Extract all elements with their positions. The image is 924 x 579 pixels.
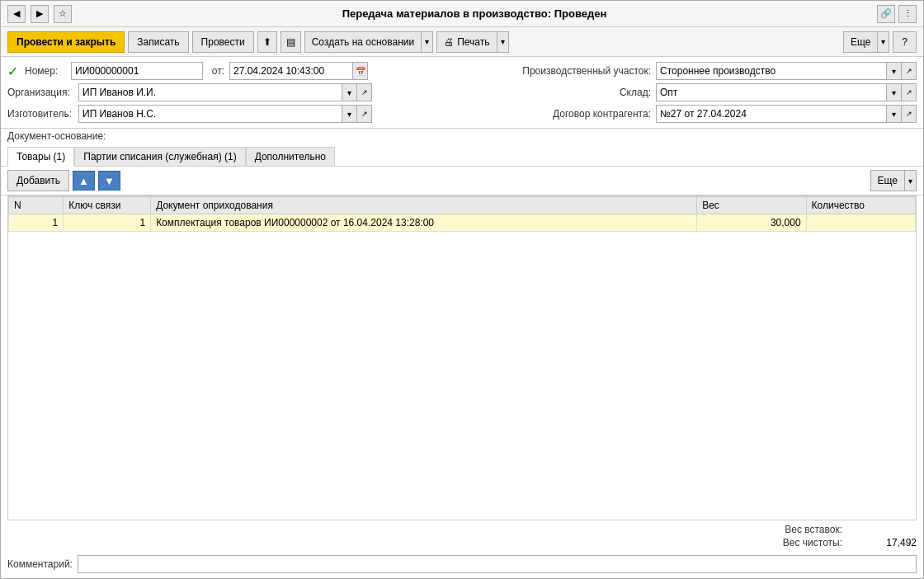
date-input[interactable] — [229, 62, 353, 80]
weight-net-value: 17,492 — [851, 537, 917, 548]
forward-button[interactable]: ▶ — [31, 5, 49, 23]
table-more-button[interactable]: Еще ▾ — [870, 170, 917, 191]
goods-table: N Ключ связи Документ оприходования Вес … — [7, 195, 917, 520]
manufacturer-input[interactable] — [78, 105, 342, 123]
print-button[interactable]: 🖨 Печать ▾ — [436, 31, 508, 53]
arrow-down-icon: ▼ — [104, 175, 115, 187]
cell-doc: Комплектация товаров ИИ000000002 от 16.0… — [151, 214, 697, 232]
comment-input[interactable] — [78, 555, 917, 573]
manufacturer-dropdown-icon[interactable]: ▾ — [342, 105, 357, 123]
save-button[interactable]: Записать — [128, 31, 188, 53]
table-row[interactable]: 1 1 Комплектация товаров ИИ000000002 от … — [9, 214, 916, 232]
add-button[interactable]: Добавить — [7, 170, 69, 191]
tab-goods[interactable]: Товары (1) — [7, 147, 74, 167]
warehouse-input[interactable] — [656, 83, 887, 101]
date-picker-icon[interactable]: 📅 — [353, 62, 368, 80]
tab-batches[interactable]: Партии списания (служебная) (1) — [74, 147, 245, 166]
tab-additional[interactable]: Дополнительно — [246, 147, 335, 166]
manufacturer-label: Изготовитель: — [7, 108, 73, 120]
cell-weight: 30,000 — [697, 214, 806, 232]
cell-qty — [806, 214, 915, 232]
arrow-up-icon: ▲ — [78, 175, 89, 187]
grid-icon-button[interactable]: ▤ — [280, 31, 301, 53]
manufacturer-link-icon[interactable]: ↗ — [357, 105, 372, 123]
upload-icon: ⬆ — [263, 36, 271, 48]
warehouse-dropdown-icon[interactable]: ▾ — [887, 83, 902, 101]
back-button[interactable]: ◀ — [7, 5, 26, 23]
organization-input[interactable] — [78, 83, 342, 101]
cell-key: 1 — [64, 214, 151, 232]
contract-input[interactable] — [656, 105, 887, 123]
col-header-key: Ключ связи — [64, 197, 151, 214]
production-site-link-icon[interactable]: ↗ — [902, 62, 917, 80]
number-field[interactable] — [71, 62, 203, 80]
grid-icon: ▤ — [286, 36, 295, 48]
link-icon-button[interactable]: 🔗 — [877, 5, 895, 23]
more-button[interactable]: Еще ▾ — [843, 31, 889, 53]
production-site-label: Производственный участок: — [519, 65, 651, 77]
col-header-qty: Количество — [806, 197, 915, 214]
move-up-button[interactable]: ▲ — [73, 171, 95, 191]
col-header-n: N — [9, 197, 64, 214]
number-label: Номер: — [25, 65, 66, 77]
weight-net-label: Вес чистоты: — [783, 537, 842, 548]
cell-n: 1 — [9, 214, 64, 232]
help-button[interactable]: ? — [893, 31, 917, 53]
star-button[interactable]: ☆ — [54, 5, 72, 23]
status-icon: ✓ — [7, 64, 18, 79]
organization-link-icon[interactable]: ↗ — [357, 83, 372, 101]
post-button[interactable]: Провести — [192, 31, 254, 53]
post-and-close-button[interactable]: Провести и закрыть — [7, 31, 125, 53]
window-title: Передача материалов в производство: Пров… — [77, 7, 872, 20]
warehouse-link-icon[interactable]: ↗ — [902, 83, 917, 101]
contract-link-icon[interactable]: ↗ — [902, 105, 917, 123]
col-header-weight: Вес — [697, 197, 806, 214]
warehouse-label: Склад: — [601, 87, 651, 98]
organization-dropdown-icon[interactable]: ▾ — [342, 83, 357, 101]
date-label: от: — [208, 65, 224, 77]
menu-icon-button[interactable]: ⋮ — [898, 5, 917, 23]
doc-base-label: Документ-основание: — [7, 130, 106, 142]
production-site-dropdown-icon[interactable]: ▾ — [887, 62, 902, 80]
weight-insert-label: Вес вставок: — [785, 524, 842, 535]
create-based-button[interactable]: Создать на основании ▾ — [304, 31, 434, 53]
move-down-button[interactable]: ▼ — [98, 171, 120, 191]
number-input[interactable] — [71, 62, 203, 80]
production-site-input[interactable] — [656, 62, 887, 80]
contract-label: Договор контрагента: — [535, 108, 651, 120]
organization-label: Организация: — [7, 87, 73, 98]
col-header-doc: Документ оприходования — [151, 197, 697, 214]
comment-label: Комментарий: — [7, 558, 73, 570]
contract-dropdown-icon[interactable]: ▾ — [887, 105, 902, 123]
upload-icon-button[interactable]: ⬆ — [257, 31, 277, 53]
